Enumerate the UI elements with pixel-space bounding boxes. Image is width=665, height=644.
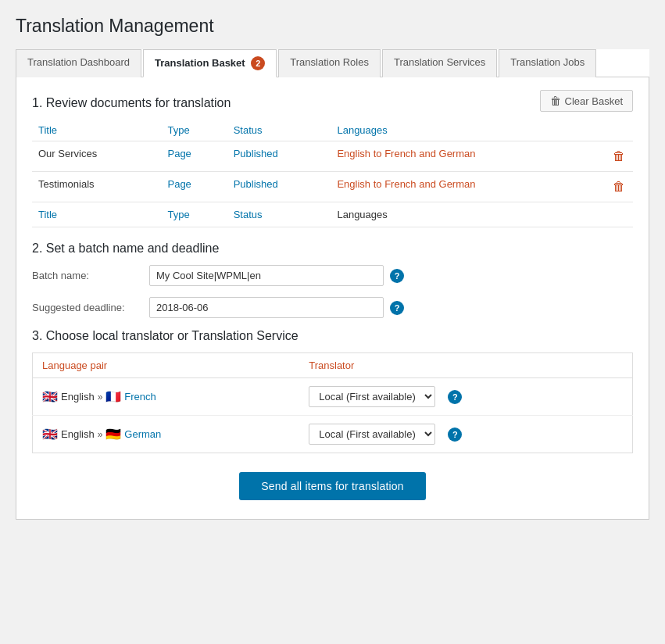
tab-dashboard[interactable]: Translation Dashboard bbox=[16, 49, 141, 77]
deadline-input[interactable] bbox=[149, 297, 384, 318]
footer-status: Status bbox=[227, 202, 331, 227]
content-panel: 1. Review documents for translation 🗑 Cl… bbox=[16, 77, 649, 520]
translator-row: 🇬🇧 English » 🇫🇷 French Local (First avai… bbox=[33, 378, 633, 416]
lang-pair-header: Language pair bbox=[33, 353, 300, 378]
tab-jobs[interactable]: Translation Jobs bbox=[499, 49, 596, 77]
page-title: Translation Management bbox=[16, 16, 649, 37]
footer-title: Title bbox=[32, 202, 161, 227]
deadline-label: Suggested deadline: bbox=[32, 302, 149, 313]
lang-pair-cell: 🇬🇧 English » 🇩🇪 German bbox=[33, 416, 300, 453]
arrow-icon: » bbox=[98, 429, 103, 440]
tab-basket[interactable]: Translation Basket 2 bbox=[143, 49, 277, 77]
toolbar: 🗑 Clear Basket bbox=[540, 90, 633, 112]
translator-select-cell: Local (First available) ? bbox=[299, 416, 632, 453]
col-delete-header bbox=[605, 120, 633, 141]
translator-select[interactable]: Local (First available) bbox=[309, 424, 435, 445]
cell-languages: English to French and German bbox=[331, 172, 605, 202]
translator-help-icon[interactable]: ? bbox=[448, 428, 462, 442]
translator-row: 🇬🇧 English » 🇩🇪 German Local (First avai… bbox=[33, 416, 633, 453]
translator-select-cell: Local (First available) ? bbox=[299, 378, 632, 416]
tab-bar: Translation Dashboard Translation Basket… bbox=[16, 49, 649, 77]
footer-delete bbox=[605, 202, 633, 227]
cell-status: Published bbox=[227, 172, 331, 202]
documents-table: Title Type Status Languages Our Services… bbox=[32, 120, 633, 227]
source-lang: English bbox=[61, 428, 95, 440]
col-type: Type bbox=[161, 120, 227, 141]
source-flag: 🇬🇧 bbox=[42, 427, 58, 442]
target-flag: 🇩🇪 bbox=[105, 427, 121, 442]
batch-name-help-icon[interactable]: ? bbox=[390, 269, 404, 283]
target-lang: French bbox=[124, 391, 156, 402]
review-section-title: 1. Review documents for translation bbox=[32, 96, 231, 110]
delete-row-button[interactable]: 🗑 bbox=[611, 178, 627, 195]
tab-services[interactable]: Translation Services bbox=[382, 49, 497, 77]
cell-status: Published bbox=[227, 141, 331, 172]
batch-section-title: 2. Set a batch name and deadline bbox=[32, 242, 633, 256]
source-lang: English bbox=[61, 391, 95, 402]
table-row: Our Services Page Published English to F… bbox=[32, 141, 633, 172]
translator-table: Language pair Translator 🇬🇧 English » 🇫🇷… bbox=[32, 352, 633, 453]
batch-name-label: Batch name: bbox=[32, 270, 149, 281]
cell-type: Page bbox=[161, 141, 227, 172]
footer-lang: Languages bbox=[331, 202, 605, 227]
batch-name-input[interactable] bbox=[149, 265, 384, 286]
basket-badge: 2 bbox=[251, 56, 265, 70]
arrow-icon: » bbox=[98, 392, 103, 402]
translator-section-title: 3. Choose local translator or Translatio… bbox=[32, 329, 633, 343]
target-flag: 🇫🇷 bbox=[105, 389, 121, 404]
cell-title: Testimonials bbox=[32, 172, 161, 202]
cell-title: Our Services bbox=[32, 141, 161, 172]
tab-roles[interactable]: Translation Roles bbox=[278, 49, 381, 77]
col-languages: Languages bbox=[331, 120, 605, 141]
translator-section: 3. Choose local translator or Translatio… bbox=[32, 329, 633, 453]
source-flag: 🇬🇧 bbox=[42, 389, 58, 404]
cell-delete: 🗑 bbox=[605, 172, 633, 202]
translator-select[interactable]: Local (First available) bbox=[309, 386, 435, 407]
target-lang: German bbox=[124, 428, 161, 440]
col-title: Title bbox=[32, 120, 161, 141]
batch-name-row: Batch name: ? bbox=[32, 265, 633, 286]
col-status: Status bbox=[227, 120, 331, 141]
cell-delete: 🗑 bbox=[605, 141, 633, 172]
deadline-row: Suggested deadline: ? bbox=[32, 297, 633, 318]
delete-row-button[interactable]: 🗑 bbox=[611, 148, 627, 165]
translator-help-icon[interactable]: ? bbox=[448, 390, 462, 404]
deadline-help-icon[interactable]: ? bbox=[390, 301, 404, 315]
footer-type: Type bbox=[161, 202, 227, 227]
translator-header: Translator bbox=[299, 353, 632, 378]
trash-icon: 🗑 bbox=[550, 95, 561, 107]
send-all-button[interactable]: Send all items for translation bbox=[239, 472, 426, 500]
table-row: Testimonials Page Published English to F… bbox=[32, 172, 633, 202]
cell-languages: English to French and German bbox=[331, 141, 605, 172]
lang-pair-cell: 🇬🇧 English » 🇫🇷 French bbox=[33, 378, 300, 416]
cell-type: Page bbox=[161, 172, 227, 202]
clear-basket-button[interactable]: 🗑 Clear Basket bbox=[540, 90, 633, 112]
